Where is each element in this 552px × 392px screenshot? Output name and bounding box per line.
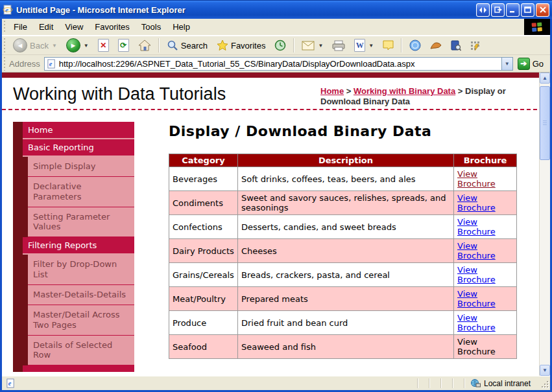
research-button[interactable] bbox=[447, 38, 465, 53]
sidebar-item-master-detail-across-two-pages[interactable]: Master/Detail Across Two Pages bbox=[28, 305, 134, 336]
sidebar-item-declarative-parameters[interactable]: Declarative Parameters bbox=[28, 177, 134, 207]
status-separator bbox=[429, 378, 430, 388]
refresh-icon: ⟳ bbox=[118, 39, 129, 52]
sidebar-item-simple-display[interactable]: Simple Display bbox=[28, 157, 134, 177]
sidebar-item-master-details-details[interactable]: Master-Details-Details bbox=[28, 285, 134, 305]
addon-grid-button[interactable] bbox=[466, 39, 484, 52]
address-input[interactable]: e http://localhost:2296/ASPNET_Data_Tuto… bbox=[44, 57, 513, 71]
sidebar-item-basic-reporting[interactable]: Basic Reporting bbox=[23, 139, 134, 157]
description-cell: Prepared meats bbox=[237, 287, 453, 311]
menubar-grip[interactable] bbox=[3, 20, 6, 34]
sidebar-item-filter-by-drop-down-list[interactable]: Filter by Drop-Down List bbox=[28, 255, 134, 285]
go-button[interactable]: ➔ Go bbox=[513, 56, 548, 72]
view-brochure-link[interactable]: View Brochure bbox=[457, 241, 499, 260]
favorites-button[interactable]: Favorites bbox=[213, 38, 269, 53]
brochure-cell: View Brochure bbox=[454, 215, 517, 239]
menu-file[interactable]: File bbox=[8, 20, 33, 34]
title-bar[interactable]: e Untitled Page - Microsoft Internet Exp… bbox=[0, 0, 552, 19]
table-row: ConfectionsDesserts, candies, and sweet … bbox=[169, 215, 517, 239]
refresh-button[interactable]: ⟳ bbox=[114, 37, 133, 54]
print-button[interactable] bbox=[328, 38, 349, 53]
sidebar-nav: HomeBasic ReportingSimple DisplayDeclara… bbox=[13, 122, 134, 372]
stop-button[interactable]: ✕ bbox=[94, 37, 113, 54]
address-label: Address bbox=[8, 59, 44, 69]
view-brochure-link[interactable]: View Brochure bbox=[457, 193, 499, 213]
brochure-cell: View Brochure bbox=[454, 335, 517, 359]
forward-dropdown-icon: ▼ bbox=[84, 43, 89, 49]
address-url-text[interactable]: http://localhost:2296/ASPNET_Data_Tutori… bbox=[56, 59, 501, 69]
menu-tools[interactable]: Tools bbox=[136, 20, 167, 34]
svg-text:e: e bbox=[8, 380, 12, 387]
breadcrumb-item[interactable]: Working with Binary Data bbox=[354, 86, 455, 96]
close-button[interactable] bbox=[536, 3, 549, 17]
edit-with-word-button[interactable]: W ▼ bbox=[350, 37, 378, 54]
view-brochure-link[interactable]: View Brochure bbox=[457, 169, 499, 189]
discuss-note-icon bbox=[383, 40, 394, 51]
forward-icon: ► bbox=[66, 38, 80, 52]
window-title: Untitled Page - Microsoft Internet Explo… bbox=[16, 5, 473, 15]
history-button[interactable] bbox=[270, 38, 290, 53]
sidebar-item-filtering-reports[interactable]: Filtering Reports bbox=[23, 237, 134, 255]
scroll-up-icon[interactable]: ▲ bbox=[540, 73, 550, 84]
home-icon bbox=[138, 40, 151, 51]
view-brochure-link[interactable]: View Brochure bbox=[457, 289, 499, 308]
mail-icon bbox=[302, 41, 315, 51]
category-cell: Grains/Cereals bbox=[169, 263, 238, 287]
back-button[interactable]: ◄ Back ▼ bbox=[9, 36, 61, 54]
scrollbar-thumb[interactable] bbox=[540, 86, 550, 160]
menu-help[interactable]: Help bbox=[167, 20, 196, 34]
edit-dropdown-icon: ▼ bbox=[368, 43, 374, 49]
breadcrumb-separator: > bbox=[455, 86, 465, 96]
minimize-button[interactable] bbox=[506, 3, 520, 17]
address-dropdown-icon[interactable]: ▼ bbox=[501, 58, 512, 70]
brochure-cell: View Brochure bbox=[454, 167, 517, 191]
vm-popout-icon[interactable] bbox=[491, 3, 505, 17]
menu-view[interactable]: View bbox=[59, 20, 89, 34]
breadcrumb: Home > Working with Binary Data > Displa… bbox=[320, 84, 541, 109]
breadcrumb-item[interactable]: Home bbox=[320, 86, 344, 96]
scroll-down-icon[interactable]: ▼ bbox=[540, 365, 550, 376]
messenger-button[interactable] bbox=[405, 38, 425, 53]
back-dropdown-icon: ▼ bbox=[52, 43, 57, 49]
menu-edit[interactable]: Edit bbox=[33, 20, 59, 34]
discuss-button[interactable] bbox=[379, 38, 398, 52]
scrollbar-track[interactable] bbox=[540, 160, 550, 365]
sidebar-item-partial[interactable] bbox=[23, 365, 134, 372]
table-row: CondimentsSweet and savory sauces, relis… bbox=[169, 191, 517, 215]
view-brochure-link[interactable]: View Brochure bbox=[457, 217, 499, 236]
sidebar-item-details-of-selected-row[interactable]: Details of Selected Row bbox=[28, 336, 134, 366]
stop-icon: ✕ bbox=[98, 39, 109, 52]
zone-label: Local intranet bbox=[484, 379, 531, 388]
toolbar-grip[interactable] bbox=[3, 38, 6, 53]
maximize-button[interactable] bbox=[521, 3, 534, 17]
table-row: BeveragesSoft drinks, coffees, teas, bee… bbox=[169, 167, 517, 191]
windows-logo-icon bbox=[524, 19, 550, 35]
status-separator bbox=[452, 378, 453, 388]
description-cell: Sweet and savory sauces, relishes, sprea… bbox=[237, 191, 453, 215]
toolbar-separator bbox=[293, 38, 294, 52]
table-row: ProduceDried fruit and bean curdView Bro… bbox=[169, 311, 517, 335]
sidebar-item-setting-parameter-values[interactable]: Setting Parameter Values bbox=[28, 207, 134, 238]
table-row: SeafoodSeaweed and fishView Brochure bbox=[169, 335, 517, 359]
description-cell: Soft drinks, coffees, teas, beers, and a… bbox=[237, 167, 453, 191]
toolbar-separator bbox=[158, 38, 160, 52]
pixel-grid-icon bbox=[470, 41, 480, 51]
fox-icon bbox=[430, 41, 442, 50]
menu-favorites[interactable]: Favorites bbox=[89, 20, 135, 34]
resize-grip[interactable] bbox=[540, 379, 549, 388]
status-separator bbox=[417, 378, 418, 388]
view-brochure-link[interactable]: View Brochure bbox=[457, 265, 499, 284]
search-button[interactable]: Search bbox=[163, 38, 211, 53]
research-book-icon bbox=[451, 40, 461, 51]
view-brochure-link[interactable]: View Brochure bbox=[457, 313, 499, 332]
home-button[interactable] bbox=[134, 38, 155, 53]
vm-switch-icon[interactable] bbox=[476, 3, 490, 17]
vertical-scrollbar[interactable]: ▲ ▼ bbox=[539, 73, 550, 376]
description-cell: Cheeses bbox=[237, 239, 453, 263]
addressbar-grip[interactable] bbox=[3, 56, 6, 71]
forward-button[interactable]: ► ▼ bbox=[62, 36, 93, 54]
addon-fox-button[interactable] bbox=[426, 39, 446, 52]
sidebar-item-home[interactable]: Home bbox=[23, 122, 134, 139]
ie-page-icon: e bbox=[6, 378, 16, 388]
mail-button[interactable]: ▼ bbox=[298, 39, 327, 52]
